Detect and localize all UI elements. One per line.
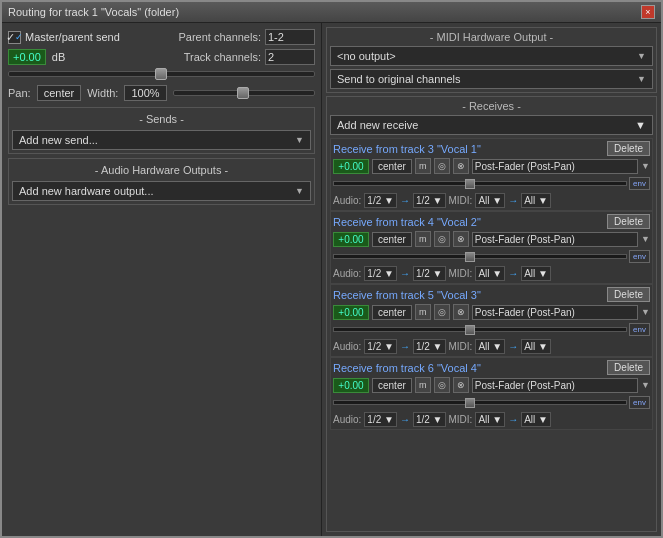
- receive-db-4[interactable]: +0.00: [333, 378, 369, 393]
- phase-icon-1[interactable]: ⊗: [453, 158, 469, 174]
- audio-ch2-dropdown-3[interactable]: 1/2 ▼: [413, 339, 446, 354]
- add-hw-output-dropdown[interactable]: Add new hardware output... ▼: [12, 181, 311, 201]
- solo-icon-4[interactable]: ◎: [434, 377, 450, 393]
- master-send-row: ✓ Master/parent send Parent channels: 1-…: [8, 29, 315, 45]
- volume-slider-thumb[interactable]: [155, 68, 167, 80]
- post-fader-dropdown-3[interactable]: Post-Fader (Post-Pan): [472, 305, 638, 320]
- env-button-3[interactable]: env: [629, 323, 650, 336]
- receive-vol-track-4[interactable]: [333, 400, 627, 405]
- send-to-original-dropdown[interactable]: Send to original channels ▼: [330, 69, 653, 89]
- midi-header: - MIDI Hardware Output -: [330, 31, 653, 43]
- solo-icon-1[interactable]: ◎: [434, 158, 450, 174]
- env-button-2[interactable]: env: [629, 250, 650, 263]
- post-fader-dropdown-1[interactable]: Post-Fader (Post-Pan): [472, 159, 638, 174]
- receive-controls-1: +0.00 center m ◎ ⊗ Post-Fader (Post-Pan)…: [333, 158, 650, 174]
- receive-center-4[interactable]: center: [372, 378, 412, 393]
- add-receive-arrow-icon: ▼: [635, 119, 646, 131]
- pan-value[interactable]: center: [37, 85, 82, 101]
- receive-vol-slider-row-3: env: [333, 322, 650, 337]
- receive-env-group-1: env: [629, 177, 650, 190]
- post-fader-arrow-2[interactable]: ▼: [641, 234, 650, 244]
- master-send-checkbox[interactable]: ✓: [8, 31, 21, 44]
- post-fader-dropdown-2[interactable]: Post-Fader (Post-Pan): [472, 232, 638, 247]
- midi-val-dropdown-4[interactable]: All ▼: [475, 412, 505, 427]
- post-fader-arrow-1[interactable]: ▼: [641, 161, 650, 171]
- midi-val2-dropdown-3[interactable]: All ▼: [521, 339, 551, 354]
- receive-vol-track-1[interactable]: [333, 181, 627, 186]
- post-fader-dropdown-4[interactable]: Post-Fader (Post-Pan): [472, 378, 638, 393]
- midi-val2-dropdown-4[interactable]: All ▼: [521, 412, 551, 427]
- midi-val-dropdown-3[interactable]: All ▼: [475, 339, 505, 354]
- receive-db-2[interactable]: +0.00: [333, 232, 369, 247]
- midi-label-2: MIDI:: [449, 268, 473, 279]
- midi-output-dropdown[interactable]: <no output> ▼: [330, 46, 653, 66]
- receive-vol-thumb-2[interactable]: [465, 252, 475, 262]
- receive-vol-thumb-4[interactable]: [465, 398, 475, 408]
- receive-db-3[interactable]: +0.00: [333, 305, 369, 320]
- midi-label-1: MIDI:: [449, 195, 473, 206]
- receive-vol-track-2[interactable]: [333, 254, 627, 259]
- add-receive-dropdown[interactable]: Add new receive ▼: [330, 115, 653, 135]
- main-content: ✓ Master/parent send Parent channels: 1-…: [2, 23, 661, 536]
- post-fader-arrow-3[interactable]: ▼: [641, 307, 650, 317]
- audio-ch1-dropdown-4[interactable]: 1/2 ▼: [364, 412, 397, 427]
- width-value[interactable]: 100%: [124, 85, 166, 101]
- receive-title-3: Receive from track 5 "Vocal 3": [333, 289, 481, 301]
- midi-val-dropdown-2[interactable]: All ▼: [475, 266, 505, 281]
- master-send-checkbox-label[interactable]: ✓ Master/parent send: [8, 31, 120, 44]
- receive-center-1[interactable]: center: [372, 159, 412, 174]
- audio-ch2-dropdown-2[interactable]: 1/2 ▼: [413, 266, 446, 281]
- mute-icon-2[interactable]: m: [415, 231, 431, 247]
- receive-db-1[interactable]: +0.00: [333, 159, 369, 174]
- receive-vol-slider-row-4: env: [333, 395, 650, 410]
- phase-icon-3[interactable]: ⊗: [453, 304, 469, 320]
- add-send-dropdown[interactable]: Add new send... ▼: [12, 130, 311, 150]
- phase-icon-2[interactable]: ⊗: [453, 231, 469, 247]
- delete-button-1[interactable]: Delete: [607, 141, 650, 156]
- mute-icon-4[interactable]: m: [415, 377, 431, 393]
- receive-block-3: Receive from track 5 "Vocal 3" Delete +0…: [330, 284, 653, 357]
- env-button-4[interactable]: env: [629, 396, 650, 409]
- audio-ch2-dropdown-4[interactable]: 1/2 ▼: [413, 412, 446, 427]
- mute-icon-3[interactable]: m: [415, 304, 431, 320]
- delete-button-4[interactable]: Delete: [607, 360, 650, 375]
- close-button[interactable]: ×: [641, 5, 655, 19]
- receive-vol-thumb-3[interactable]: [465, 325, 475, 335]
- hw-outputs-section: - Audio Hardware Outputs - Add new hardw…: [8, 158, 315, 205]
- db-value-box[interactable]: +0.00: [8, 49, 46, 65]
- receive-vol-track-3[interactable]: [333, 327, 627, 332]
- parent-channels-dropdown[interactable]: 1-2: [265, 29, 315, 45]
- midi-val2-dropdown-1[interactable]: All ▼: [521, 193, 551, 208]
- pan-label: Pan:: [8, 87, 31, 99]
- midi-val2-dropdown-2[interactable]: All ▼: [521, 266, 551, 281]
- phase-icon-4[interactable]: ⊗: [453, 377, 469, 393]
- delete-button-2[interactable]: Delete: [607, 214, 650, 229]
- solo-icon-2[interactable]: ◎: [434, 231, 450, 247]
- delete-button-3[interactable]: Delete: [607, 287, 650, 302]
- midi-arrow-icon-1: →: [508, 195, 518, 206]
- receive-controls-4: +0.00 center m ◎ ⊗ Post-Fader (Post-Pan)…: [333, 377, 650, 393]
- right-panel: - MIDI Hardware Output - <no output> ▼ S…: [322, 23, 661, 536]
- track-channels-dropdown[interactable]: 2: [265, 49, 315, 65]
- env-button-1[interactable]: env: [629, 177, 650, 190]
- audio-midi-row-4: Audio: 1/2 ▼ → 1/2 ▼ MIDI: All ▼ → All ▼: [333, 412, 650, 427]
- audio-ch1-dropdown-1[interactable]: 1/2 ▼: [364, 193, 397, 208]
- pan-slider-track[interactable]: [173, 90, 315, 96]
- pan-slider-thumb[interactable]: [237, 87, 249, 99]
- midi-val-dropdown-1[interactable]: All ▼: [475, 193, 505, 208]
- receive-center-2[interactable]: center: [372, 232, 412, 247]
- receives-container: Receive from track 3 "Vocal 1" Delete +0…: [330, 138, 653, 430]
- solo-icon-3[interactable]: ◎: [434, 304, 450, 320]
- receive-env-group-4: env: [629, 396, 650, 409]
- midi-arrow-icon-3: →: [508, 341, 518, 352]
- audio-ch2-dropdown-1[interactable]: 1/2 ▼: [413, 193, 446, 208]
- volume-slider-track[interactable]: [8, 71, 315, 77]
- audio-ch1-dropdown-3[interactable]: 1/2 ▼: [364, 339, 397, 354]
- routing-window: Routing for track 1 "Vocals" (folder) × …: [0, 0, 663, 538]
- receive-vol-thumb-1[interactable]: [465, 179, 475, 189]
- receive-center-3[interactable]: center: [372, 305, 412, 320]
- post-fader-arrow-4[interactable]: ▼: [641, 380, 650, 390]
- mute-icon-1[interactable]: m: [415, 158, 431, 174]
- midi-arrow-icon-4: →: [508, 414, 518, 425]
- audio-ch1-dropdown-2[interactable]: 1/2 ▼: [364, 266, 397, 281]
